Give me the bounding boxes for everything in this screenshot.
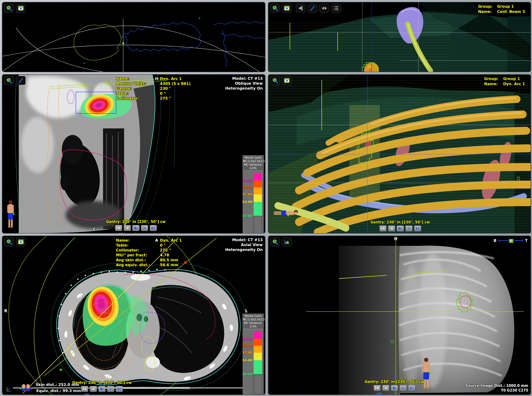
visibility-button[interactable]	[16, 4, 25, 13]
slider-handle[interactable]	[383, 233, 387, 234]
first-frame-button[interactable]	[115, 225, 122, 231]
panel-axial-ct-view: Name:ADyn. Arc 1 Table:0 ° Collimator:27…	[2, 236, 266, 395]
head-orientation-marker: H	[394, 237, 397, 241]
histogram-button[interactable]	[282, 237, 292, 246]
range-left-label: B	[494, 238, 496, 243]
zoom-button[interactable]	[270, 76, 280, 85]
zoom-button[interactable]	[4, 4, 14, 13]
orientation-marker	[153, 91, 160, 96]
zoom-button[interactable]	[270, 237, 280, 246]
previous-frame-button[interactable]	[388, 226, 395, 232]
heterogeneity-status: Heterogeneity On	[225, 86, 263, 91]
windowing-range-slider: B 0 T	[494, 238, 527, 243]
previous-frame-button[interactable]	[124, 225, 131, 231]
beam-group-block: Group: Group 1 Name: Conf. Beam 3	[478, 4, 525, 14]
previous-frame-button[interactable]	[382, 385, 389, 391]
info-label: Gantry:	[116, 86, 153, 91]
panel-arc-3d-view: Group: Group 1 Name: Dyn. Arc 1 Gantry: …	[268, 74, 531, 234]
info-label: Avg equiv. dist.:	[116, 262, 153, 267]
legend-level: 60.00	[242, 186, 252, 189]
group-value: Group 1	[503, 76, 525, 81]
gantry-status-text: Gantry: 230° in [230°, 50°] cw	[72, 381, 132, 385]
next-frame-button[interactable]	[405, 226, 412, 232]
zoom-button[interactable]	[270, 4, 280, 13]
skip-start-icon	[116, 227, 121, 230]
legend-level: 64.20	[242, 179, 252, 182]
play-button[interactable]	[132, 225, 140, 231]
info-value: Dyn. Arc 1	[160, 76, 182, 81]
panel-beams-eye-view	[2, 2, 266, 72]
previous-frame-button[interactable]	[90, 386, 97, 392]
draw-button[interactable]	[16, 76, 25, 85]
list-button[interactable]	[331, 4, 341, 13]
slider-handle[interactable]	[377, 393, 382, 395]
double-arrow-icon	[321, 5, 327, 11]
orientation-marker	[153, 257, 160, 262]
legend-level: 54.00	[242, 358, 252, 362]
position-code: T0 G230 C275	[466, 388, 528, 393]
first-frame-button[interactable]	[379, 226, 387, 232]
next-frame-button[interactable]	[141, 225, 148, 231]
orientation-marker	[153, 243, 160, 248]
legend-colorbar: 64.20 60.00 57.00 54.00 30.00	[243, 332, 264, 394]
orientation-marker	[153, 253, 160, 257]
first-frame-button[interactable]	[81, 386, 88, 392]
legend-header: Monte Carlo MC:2.0x2.0x2.5mm³ MC Varianc…	[243, 155, 264, 171]
range-value-handle[interactable]: 0	[509, 239, 514, 243]
next-frame-button[interactable]	[400, 385, 407, 391]
range-track[interactable]: 0	[498, 239, 523, 243]
name-label: Name:	[484, 82, 498, 86]
play-button[interactable]	[98, 386, 106, 392]
right-orientation-marker: R	[4, 309, 7, 313]
eye-icon	[18, 239, 24, 245]
play-button[interactable]	[397, 226, 404, 232]
orientation-marker	[153, 86, 160, 91]
visibility-button[interactable]	[16, 237, 25, 246]
draw-button[interactable]	[308, 4, 317, 13]
caudal-marker: C	[93, 227, 96, 232]
visibility-button[interactable]	[282, 76, 292, 85]
orientation-marker: H	[153, 76, 160, 81]
zoom-icon	[272, 77, 278, 83]
info-label: Table:	[116, 91, 153, 96]
arc3d-toolbar	[270, 76, 292, 85]
zoom-button[interactable]	[4, 76, 14, 85]
play-icon	[100, 387, 104, 391]
info-label: Collimator:	[116, 96, 153, 101]
next-frame-button[interactable]	[107, 386, 114, 392]
gantry-slider[interactable]	[382, 233, 418, 234]
swap-button[interactable]	[319, 4, 329, 13]
oblique-toolbar	[4, 76, 25, 85]
blue-structure-contours	[121, 22, 265, 67]
last-frame-button[interactable]	[414, 226, 421, 232]
dose-legend: Monte Carlo MC:2.0x2.0x2.5mm³ MC Varianc…	[243, 314, 264, 395]
histogram-icon	[284, 239, 290, 245]
first-frame-button[interactable]	[373, 385, 381, 391]
legend-level: 57.00	[242, 351, 252, 355]
play-icon	[398, 227, 402, 230]
visibility-button[interactable]	[282, 4, 292, 13]
gantry-slider[interactable]	[118, 233, 154, 234]
eye-icon	[18, 5, 24, 11]
info-label: MU/° per fract:	[116, 253, 153, 257]
eye-icon	[284, 77, 290, 83]
legend-colorbar: 64.20 60.00 57.00 54.00 30.00	[243, 173, 264, 234]
info-value: 275 °	[160, 248, 171, 253]
zoom-button[interactable]	[4, 237, 14, 246]
step-forward-icon	[401, 386, 405, 390]
gantry-slider[interactable]	[84, 394, 120, 395]
bev-toolbar	[4, 4, 25, 13]
last-frame-button[interactable]	[408, 385, 415, 391]
gantry-slider[interactable]	[377, 393, 412, 395]
group-label: Group:	[478, 4, 492, 9]
last-frame-button[interactable]	[116, 386, 123, 392]
last-frame-button[interactable]	[150, 225, 157, 231]
slider-handle[interactable]	[84, 394, 89, 395]
transport-buttons	[115, 225, 157, 231]
beam3d-toolbar	[270, 4, 341, 13]
step-back-button[interactable]	[296, 4, 305, 13]
zoom-icon	[6, 5, 12, 11]
slider-handle[interactable]	[119, 233, 123, 234]
info-label: Table:	[116, 243, 153, 248]
play-button[interactable]	[391, 385, 398, 391]
